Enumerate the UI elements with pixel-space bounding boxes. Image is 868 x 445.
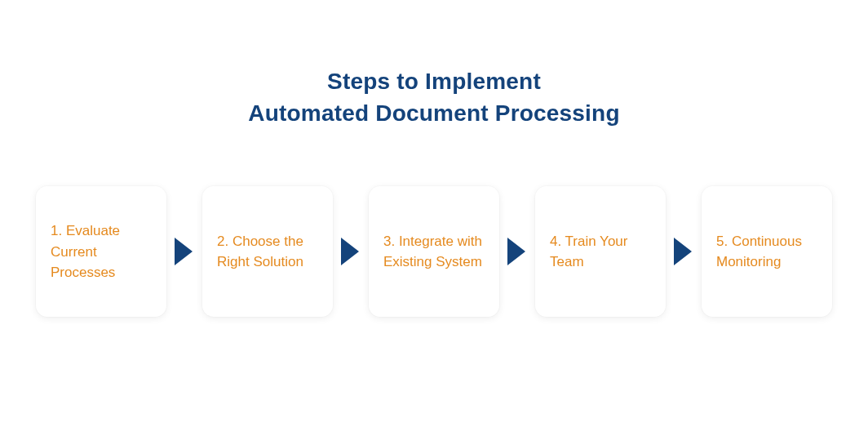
step-3-label: 3. Integrate with Existing System	[383, 231, 485, 273]
svg-marker-3	[674, 238, 692, 265]
process-flow: 1. Evaluate Current Processes 2. Choose …	[36, 186, 832, 317]
svg-marker-2	[507, 238, 525, 265]
step-1: 1. Evaluate Current Processes	[36, 186, 166, 317]
step-1-label: 1. Evaluate Current Processes	[51, 220, 152, 283]
svg-marker-0	[175, 238, 193, 265]
arrow-icon	[506, 235, 529, 268]
diagram-title: Steps to Implement Automated Document Pr…	[248, 65, 619, 129]
title-line-2: Automated Document Processing	[248, 97, 619, 129]
step-4-label: 4. Train Your Team	[550, 231, 651, 273]
step-5-label: 5. Continuous Monitoring	[716, 231, 817, 273]
svg-marker-1	[341, 238, 359, 265]
step-2-label: 2. Choose the Right Solution	[217, 231, 318, 273]
title-line-1: Steps to Implement	[248, 65, 619, 97]
step-4: 4. Train Your Team	[535, 186, 666, 317]
arrow-icon	[339, 235, 362, 268]
step-3: 3. Integrate with Existing System	[369, 186, 499, 317]
arrow-icon	[672, 235, 695, 268]
step-2: 2. Choose the Right Solution	[202, 186, 333, 317]
arrow-icon	[173, 235, 196, 268]
step-5: 5. Continuous Monitoring	[702, 186, 832, 317]
